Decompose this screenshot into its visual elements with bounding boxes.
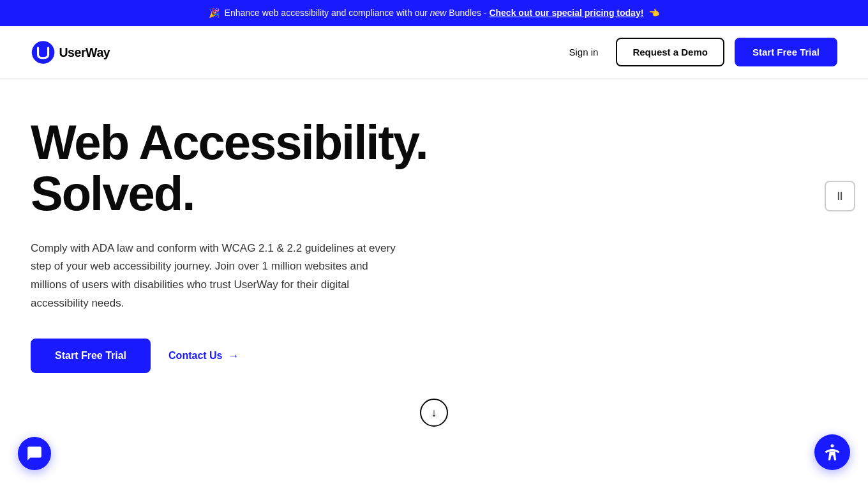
hero-title: Web Accessibility. Solved. bbox=[31, 117, 452, 219]
chat-widget-button[interactable] bbox=[18, 437, 51, 470]
svg-text:UserWay: UserWay bbox=[59, 45, 110, 59]
sign-in-link[interactable]: Sign in bbox=[562, 42, 606, 63]
scroll-down-button[interactable]: ↓ bbox=[420, 399, 448, 427]
announcement-link[interactable]: Check out our special pricing today! bbox=[489, 8, 643, 18]
accessibility-icon bbox=[823, 443, 842, 462]
start-free-trial-button-hero[interactable]: Start Free Trial bbox=[31, 339, 151, 373]
announcement-text: 🎉 Enhance web accessibility and complian… bbox=[206, 8, 662, 18]
logo-wrapper: UserWay bbox=[31, 40, 133, 65]
nav-actions: Sign in Request a Demo Start Free Trial bbox=[562, 38, 837, 66]
announcement-emoji-right: 👈 bbox=[648, 8, 659, 18]
svg-point-2 bbox=[831, 445, 834, 448]
start-free-trial-button-nav[interactable]: Start Free Trial bbox=[735, 38, 837, 66]
svg-point-0 bbox=[32, 41, 55, 64]
hero-section: ⏸ Web Accessibility. Solved. Comply with… bbox=[0, 79, 868, 462]
hero-description: Comply with ADA law and conform with WCA… bbox=[31, 240, 401, 314]
contact-us-label: Contact Us bbox=[168, 350, 222, 362]
scroll-indicator: ↓ bbox=[31, 399, 837, 427]
hero-title-line1: Web Accessibility. bbox=[31, 115, 428, 169]
announcement-banner: 🎉 Enhance web accessibility and complian… bbox=[0, 0, 868, 26]
hero-title-line2: Solved. bbox=[31, 166, 194, 220]
request-demo-button[interactable]: Request a Demo bbox=[616, 38, 724, 66]
announcement-emoji-left: 🎉 bbox=[209, 8, 220, 18]
contact-us-link[interactable]: Contact Us → bbox=[168, 349, 239, 363]
accessibility-widget-button[interactable] bbox=[814, 434, 850, 470]
hero-content: Web Accessibility. Solved. Comply with A… bbox=[31, 117, 452, 373]
contact-us-arrow-icon: → bbox=[228, 349, 239, 363]
pause-button[interactable]: ⏸ bbox=[825, 181, 855, 211]
main-nav: UserWay Sign in Request a Demo Start Fre… bbox=[0, 26, 868, 79]
userway-logo: UserWay bbox=[31, 40, 133, 65]
chat-icon bbox=[26, 445, 43, 462]
hero-cta: Start Free Trial Contact Us → bbox=[31, 339, 452, 373]
